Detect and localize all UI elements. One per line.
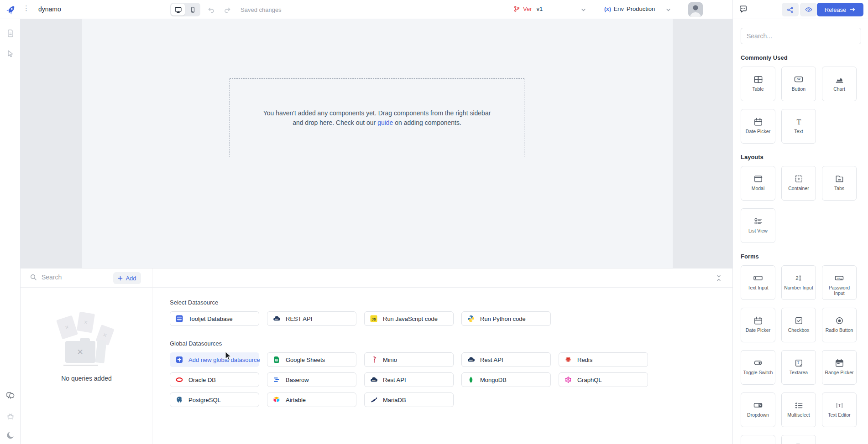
- component-card-multiselect[interactable]: Multiselect: [781, 392, 816, 427]
- avatar[interactable]: [688, 2, 703, 17]
- topbar: ⋮ dynamo Saved changes Ver v1 (x) E: [0, 0, 868, 19]
- component-card-chart[interactable]: Chart: [822, 67, 857, 101]
- datasource-minio[interactable]: Minio: [364, 352, 454, 367]
- multiselect-icon: [794, 399, 804, 412]
- select-datasource-heading: Select Datasource: [170, 299, 732, 306]
- datasource-airtable[interactable]: Airtable: [267, 392, 356, 407]
- datasource-graphql[interactable]: GraphQL: [559, 372, 648, 387]
- postgresql-icon: [176, 396, 183, 403]
- range-picker-icon: [834, 356, 845, 369]
- arrow-right-icon: [849, 7, 856, 12]
- component-label: Password Input: [822, 284, 856, 296]
- environment-selector[interactable]: (x) Env Production: [604, 5, 655, 12]
- datasource-run-python-code[interactable]: Run Python code: [461, 311, 551, 326]
- component-card-modal[interactable]: Modal: [741, 166, 775, 201]
- components-panel: Commonly UsedTableOKButtonChartDate Pick…: [732, 19, 868, 444]
- datasource-rest-api[interactable]: RESTREST API: [267, 311, 356, 326]
- component-card-range-picker[interactable]: Range Picker: [822, 350, 857, 385]
- svg-text:REST: REST: [275, 319, 278, 320]
- datasource-oracle-db[interactable]: Oracle DB: [170, 372, 259, 387]
- datasource-google-sheets[interactable]: Google Sheets: [267, 352, 356, 367]
- version-selector[interactable]: Ver v1: [513, 5, 543, 12]
- datasource-label: Rest API: [383, 377, 406, 383]
- empty-state-line1: You haven't added any components yet. Dr…: [263, 109, 491, 117]
- component-label: Range Picker: [823, 369, 855, 375]
- app-menu-icon[interactable]: ⋮: [23, 4, 30, 12]
- desktop-view-button[interactable]: [171, 4, 185, 15]
- svg-text:**: **: [837, 277, 840, 281]
- components-search-input[interactable]: [741, 28, 861, 44]
- component-card-container[interactable]: Container: [781, 166, 816, 201]
- section-title-layouts: Layouts: [741, 154, 861, 160]
- component-card-tabs[interactable]: Tabs: [822, 166, 857, 201]
- comments-icon[interactable]: [739, 5, 748, 13]
- component-label: Radio Button: [824, 327, 855, 333]
- query-search-input[interactable]: [42, 274, 92, 281]
- datasource-label: MongoDB: [480, 377, 507, 383]
- release-button[interactable]: Release: [817, 3, 863, 16]
- component-card-text-editor[interactable]: TText Editor: [822, 392, 857, 427]
- undo-icon[interactable]: [206, 5, 216, 15]
- svg-text:2: 2: [795, 275, 798, 281]
- component-label: Textarea: [788, 369, 809, 375]
- redo-icon[interactable]: [222, 5, 232, 15]
- collapse-panel-icon[interactable]: [714, 273, 723, 283]
- preview-eye-button[interactable]: [800, 3, 817, 16]
- datasource-tooljet-database[interactable]: Tooljet Database: [170, 311, 259, 326]
- canvas[interactable]: You haven't added any components yet. Dr…: [82, 19, 673, 268]
- component-card-list-view[interactable]: List View: [741, 208, 775, 243]
- add-global-datasource-button[interactable]: Add new global datasource: [170, 352, 259, 367]
- number-input-icon: 2: [793, 272, 804, 284]
- component-card-text[interactable]: TText: [781, 109, 816, 144]
- rest-api-icon: REST: [273, 315, 280, 322]
- component-card-textarea[interactable]: TTextarea: [781, 350, 816, 385]
- component-grid: TableOKButtonChartDate PickerTText: [741, 67, 861, 144]
- component-card-date-picker[interactable]: Date Picker: [741, 109, 775, 144]
- component-card-text-input[interactable]: Text Input: [741, 265, 775, 300]
- rest-api-icon: REST: [370, 376, 377, 383]
- version-chevron-down-icon[interactable]: [580, 7, 586, 13]
- global-datasource-row: Oracle DBBaserowRESTRest APIMongoDBGraph…: [170, 372, 732, 387]
- dark-mode-moon-icon[interactable]: [5, 430, 16, 440]
- toggle-switch-icon: [753, 356, 763, 369]
- datasource-run-javascript-code[interactable]: JSRun JavaScript code: [364, 311, 454, 326]
- datasource-mariadb[interactable]: MariaDB: [364, 392, 454, 407]
- component-card-rating[interactable]: [741, 435, 775, 444]
- guide-link[interactable]: guide: [377, 119, 393, 126]
- component-card-password-input[interactable]: **Password Input: [822, 265, 857, 300]
- datasource-rest-api[interactable]: RESTRest API: [461, 352, 551, 367]
- component-grid: Text Input2Number Input**Password InputD…: [741, 265, 861, 444]
- env-chevron-down-icon[interactable]: [665, 7, 671, 13]
- inspector-pointer-icon[interactable]: [5, 48, 16, 58]
- share-button[interactable]: [782, 3, 799, 16]
- component-card-table[interactable]: Table: [741, 67, 775, 101]
- datasource-mongodb[interactable]: MongoDB: [461, 372, 551, 387]
- text-icon: T: [794, 115, 804, 128]
- mobile-view-button[interactable]: [186, 4, 199, 15]
- table-icon: [753, 73, 763, 86]
- component-card-dropdown[interactable]: Dropdown: [741, 392, 775, 427]
- component-card-button[interactable]: OKButton: [781, 67, 816, 101]
- datasource-pane: Select Datasource Tooljet DatabaseRESTRE…: [152, 288, 732, 444]
- debugger-bug-icon[interactable]: [5, 411, 16, 421]
- component-card-toggle-switch[interactable]: Toggle Switch: [741, 350, 775, 385]
- datasource-rest-api[interactable]: RESTRest API: [364, 372, 454, 387]
- tooljet-logo-icon[interactable]: [4, 3, 18, 17]
- component-card-checkbox[interactable]: Checkbox: [781, 308, 816, 342]
- component-label: Container: [787, 185, 810, 191]
- datasource-baserow[interactable]: Baserow: [267, 372, 356, 387]
- component-card-date-picker[interactable]: Date Picker: [741, 308, 775, 342]
- datasource-postgresql[interactable]: PostgreSQL: [170, 392, 259, 407]
- component-card-radio-button[interactable]: Radio Button: [822, 308, 857, 342]
- container-icon: [794, 172, 804, 185]
- svg-text:T: T: [838, 403, 841, 408]
- graphql-icon: [565, 376, 572, 383]
- add-query-button[interactable]: Add: [113, 272, 141, 284]
- pages-icon[interactable]: [5, 28, 16, 38]
- component-card-file-picker[interactable]: [781, 435, 816, 444]
- datasource-redis[interactable]: Redis: [559, 352, 648, 367]
- button-icon: OK: [793, 73, 804, 86]
- chat-bubbles-icon[interactable]: [5, 391, 16, 401]
- component-card-number-input[interactable]: 2Number Input: [781, 265, 816, 300]
- global-datasource-row: Add new global datasourceGoogle SheetsMi…: [170, 352, 732, 367]
